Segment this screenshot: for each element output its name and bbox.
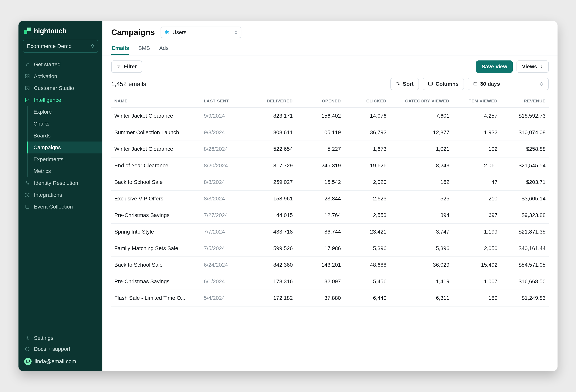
cell-delivered: 817,729 <box>248 157 296 174</box>
updown-icon <box>91 44 94 48</box>
views-button[interactable]: Views <box>517 60 549 73</box>
cell-category-viewed: 1,021 <box>392 141 452 157</box>
subnav-charts[interactable]: Charts <box>28 118 102 130</box>
cell-item-viewed: 697 <box>452 207 501 224</box>
brand: hightouch <box>19 26 102 40</box>
cell-item-viewed: 4,257 <box>452 108 501 124</box>
table-row[interactable]: Back to School Sale6/24/2024842,360143,2… <box>111 257 549 273</box>
table-row[interactable]: Winter Jacket Clearance9/9/2024823,17115… <box>111 108 549 124</box>
project-select[interactable]: Ecommerce Demo <box>23 40 98 53</box>
cell-opened: 17,986 <box>296 240 344 257</box>
nav: Get started Activation Customer Studio I… <box>19 59 102 332</box>
cell-item-viewed: 189 <box>452 290 501 306</box>
cell-item-viewed: 102 <box>452 141 501 157</box>
table-row[interactable]: End of Year Clearance8/20/2024817,729245… <box>111 157 549 174</box>
events-icon <box>24 204 30 210</box>
subnav-label: Charts <box>33 121 49 127</box>
filter-button[interactable]: Filter <box>111 60 142 73</box>
cell-item-viewed: 1,007 <box>452 273 501 290</box>
subnav-boards[interactable]: Boards <box>28 130 102 142</box>
subnav-label: Experiments <box>33 156 63 163</box>
cell-category-viewed: 7,601 <box>392 108 452 124</box>
nav-label: Identity Resolution <box>34 180 78 186</box>
app-window: hightouch Ecommerce Demo Get started Act… <box>19 21 557 371</box>
th-item-viewed[interactable]: ITEM VIEWED <box>452 95 501 108</box>
date-range-select[interactable]: 30 days <box>468 78 549 90</box>
tabs: Emails SMS Ads <box>102 38 557 56</box>
grid-icon <box>24 73 30 79</box>
cell-opened: 86,744 <box>296 224 344 240</box>
nav-integrations[interactable]: Integrations <box>19 189 102 201</box>
svg-rect-23 <box>474 82 477 85</box>
cell-last-sent: 8/8/2024 <box>201 174 248 190</box>
cell-clicked: 14,076 <box>344 108 392 124</box>
th-name[interactable]: NAME <box>111 95 201 108</box>
help-icon <box>24 346 30 352</box>
sidebar: hightouch Ecommerce Demo Get started Act… <box>19 21 102 371</box>
subnav-metrics[interactable]: Metrics <box>28 165 102 177</box>
table-row[interactable]: Flash Sale - Limited Time O...5/4/202417… <box>111 290 549 306</box>
cell-name: End of Year Clearance <box>111 157 201 174</box>
cell-delivered: 433,718 <box>248 224 296 240</box>
nav-label: Activation <box>34 73 57 80</box>
subnav-campaigns[interactable]: Campaigns <box>27 142 102 153</box>
table-row[interactable]: Winter Jacket Clearance8/26/2024522,6545… <box>111 141 549 157</box>
nav-docs-support[interactable]: Docs + support <box>19 343 102 355</box>
cell-clicked: 36,792 <box>344 124 392 141</box>
cell-item-viewed: 210 <box>452 190 501 207</box>
cell-name: Pre-Christmas Savings <box>111 273 201 290</box>
nav-customer-studio[interactable]: Customer Studio <box>19 82 102 94</box>
save-view-button[interactable]: Save view <box>476 60 513 73</box>
table-row[interactable]: Pre-Christmas Savings7/27/202444,01512,7… <box>111 207 549 224</box>
parent-model-select[interactable]: ✱ Users <box>161 27 241 38</box>
cell-name: Exclusive VIP Offers <box>111 190 201 207</box>
th-category-viewed[interactable]: CATEGORY VIEWED <box>392 95 452 108</box>
campaigns-table: NAME LAST SENT DELIVERED OPENED CLICKED … <box>111 95 549 306</box>
user-menu[interactable]: LJ linda@email.com <box>19 355 102 369</box>
cell-category-viewed: 894 <box>392 207 452 224</box>
table-row[interactable]: Back to School Sale8/8/2024259,02715,542… <box>111 174 549 190</box>
subnav-label: Metrics <box>33 168 51 175</box>
cell-opened: 15,542 <box>296 174 344 190</box>
project-name: Ecommerce Demo <box>27 43 72 49</box>
cell-delivered: 522,654 <box>248 141 296 157</box>
link-icon <box>24 180 30 186</box>
svg-rect-13 <box>26 205 28 208</box>
cell-revenue: $1,249.83 <box>501 290 549 306</box>
th-last-sent[interactable]: LAST SENT <box>201 95 248 108</box>
nav-get-started[interactable]: Get started <box>19 59 102 70</box>
sort-button[interactable]: Sort <box>390 78 419 90</box>
nav-label: Docs + support <box>34 346 70 352</box>
th-delivered[interactable]: DELIVERED <box>248 95 296 108</box>
tab-sms[interactable]: SMS <box>138 42 150 55</box>
th-opened[interactable]: OPENED <box>296 95 344 108</box>
nav-settings[interactable]: Settings <box>19 332 102 344</box>
table-row[interactable]: Summer Collection Launch9/8/2024808,6111… <box>111 124 549 141</box>
columns-button[interactable]: Columns <box>423 78 464 90</box>
cell-revenue: $9,323.88 <box>501 207 549 224</box>
nav-intelligence[interactable]: Intelligence <box>19 94 102 106</box>
table-row[interactable]: Pre-Christmas Savings6/1/2024178,31632,0… <box>111 273 549 290</box>
nav-label: Integrations <box>34 192 62 198</box>
subnav-experiments[interactable]: Experiments <box>28 153 102 165</box>
nav-label: Event Collection <box>34 204 73 210</box>
tab-ads[interactable]: Ads <box>159 42 169 55</box>
cell-last-sent: 7/7/2024 <box>201 224 248 240</box>
cell-category-viewed: 36,029 <box>392 257 452 273</box>
nav-event-collection[interactable]: Event Collection <box>19 201 102 213</box>
nav-identity-resolution[interactable]: Identity Resolution <box>19 177 102 189</box>
th-revenue[interactable]: REVENUE <box>501 95 549 108</box>
table-row[interactable]: Exclusive VIP Offers8/3/2024158,96123,84… <box>111 190 549 207</box>
cell-name: Winter Jacket Clearance <box>111 108 201 124</box>
subnav-explore[interactable]: Explore <box>28 106 102 118</box>
nav-activation[interactable]: Activation <box>19 70 102 82</box>
cell-clicked: 23,421 <box>344 224 392 240</box>
th-clicked[interactable]: CLICKED <box>344 95 392 108</box>
cell-clicked: 5,456 <box>344 273 392 290</box>
cell-revenue: $21,545.54 <box>501 157 549 174</box>
cell-last-sent: 9/8/2024 <box>201 124 248 141</box>
brand-name: hightouch <box>34 27 66 35</box>
table-row[interactable]: Family Matching Sets Sale7/5/2024599,526… <box>111 240 549 257</box>
table-row[interactable]: Spring Into Style7/7/2024433,71886,74423… <box>111 224 549 240</box>
tab-emails[interactable]: Emails <box>111 42 129 55</box>
